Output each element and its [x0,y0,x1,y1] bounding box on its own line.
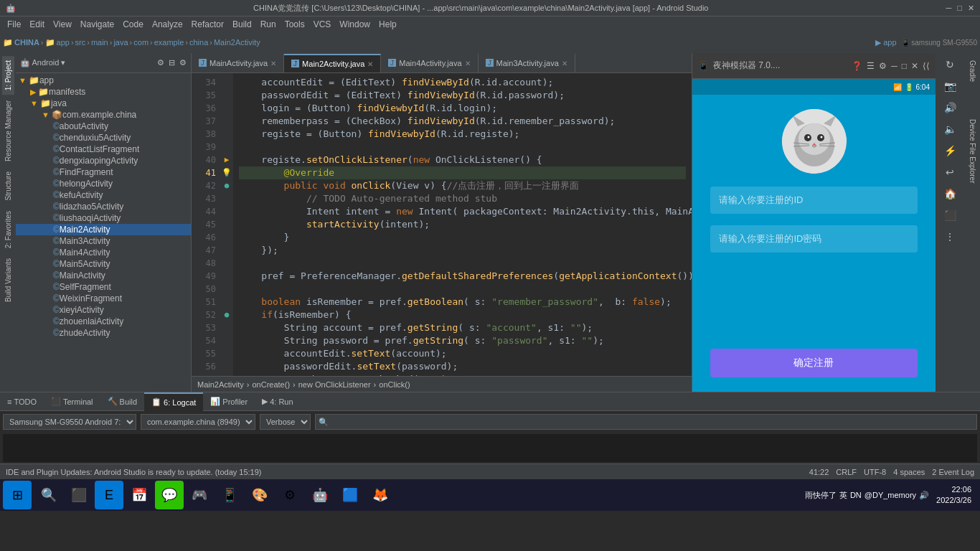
emulator-close[interactable]: ✕ [911,61,918,71]
game-button[interactable]: 🎮 [185,481,214,509]
breadcrumb-oncreate[interactable]: onCreate() [252,380,290,389]
tab-main2activity[interactable]: 🅹 Main2Activity.java ✕ [284,54,381,72]
emulator-input-id[interactable]: 请输入你要注册的ID [710,187,917,214]
nav-main[interactable]: main [91,38,108,47]
nav-china2[interactable]: china [189,38,208,47]
tab-terminal[interactable]: ⬛ Terminal [44,392,100,411]
tab-gradle[interactable]: Gradle [966,56,979,86]
tree-item-find[interactable]: © FindFragment [16,166,191,178]
power-icon[interactable]: ⚡ [941,142,959,159]
recents-nav-icon[interactable]: ⬛ [941,207,959,224]
tab-profiler[interactable]: 📊 Profiler [203,392,255,411]
close-tab-main[interactable]: ✕ [270,60,276,67]
app3-button[interactable]: 🦊 [366,481,395,509]
menu-analyze[interactable]: Analyze [148,19,187,29]
rotate-icon[interactable]: ↻ [943,56,957,73]
emulator-maximize[interactable]: □ [902,61,907,71]
menu-refactor[interactable]: Refactor [187,19,228,29]
tab-logcat[interactable]: 📋 6: Logcat [144,392,203,411]
home-nav-icon[interactable]: 🏠 [941,185,959,202]
more-icon[interactable]: ⋮ [942,228,958,245]
nav-china[interactable]: 📁 [3,38,13,47]
run-config[interactable]: ▶ app [875,38,896,47]
back-nav-icon[interactable]: ↩ [943,164,957,181]
window-controls[interactable]: ─ □ ✕ [946,4,974,13]
emulator-back[interactable]: ⟨⟨ [923,61,930,71]
tab-main4activity[interactable]: 🅹 Main4Activity.java ✕ [381,54,478,72]
logcat-level-select[interactable]: Verbose [260,414,311,430]
close-tab-main4[interactable]: ✕ [465,60,471,67]
sync-icon[interactable]: ⚙ [157,58,164,67]
maximize-button[interactable]: □ [957,4,962,13]
nav-app-label[interactable]: app [57,38,70,47]
tree-item-liushaoqi[interactable]: © liushaoqiActivity [16,212,191,224]
tab-mainactivity[interactable]: 🅹 MainActivity.java ✕ [192,54,284,72]
tree-item-weixin[interactable]: © WeixinFragment [16,293,191,304]
android-dropdown[interactable]: 🤖 Android ▾ [20,58,65,67]
close-tab-main2[interactable]: ✕ [367,60,373,68]
vol-down-icon[interactable]: 🔈 [941,121,959,138]
settings-button[interactable]: ⚙ [275,481,304,509]
nav-com[interactable]: com [133,38,149,47]
nav-china-label[interactable]: CHINA [14,38,39,47]
minimize-button[interactable]: ─ [946,4,952,13]
emulator-register-button[interactable]: 确定注册 [710,349,917,377]
menu-code[interactable]: Code [118,19,148,29]
emulator-settings[interactable]: ⚙ [879,61,887,71]
close-button[interactable]: ✕ [968,4,974,13]
tree-item-main5[interactable]: © Main5Activity [16,258,191,270]
emulator-menu[interactable]: ☰ [867,61,875,71]
menu-vcs[interactable]: VCS [309,19,336,29]
vol-up-icon[interactable]: 🔊 [941,99,959,116]
wechat-button[interactable]: 💬 [155,481,184,509]
tab-todo[interactable]: ≡ TODO [0,392,44,411]
tree-item-main2[interactable]: © Main2Activity [16,224,191,235]
close-tab-main3[interactable]: ✕ [562,60,567,67]
tree-item-dengxiaoping[interactable]: © dengxiaopingActivity [16,155,191,166]
nav-java[interactable]: java [113,38,128,47]
menu-help[interactable]: Help [374,19,401,29]
device-selector[interactable]: 📱 samsung SM-G9550 [901,39,978,47]
menu-build[interactable]: Build [228,19,256,29]
status-crlf[interactable]: CRLF [836,468,857,476]
menu-run[interactable]: Run [256,19,281,29]
status-encoding[interactable]: UTF-8 [864,468,886,476]
tab-favorites[interactable]: 2: Favorites [2,207,14,253]
emulator-help[interactable]: ❓ [852,61,862,71]
tree-item-xieyi[interactable]: © xieyiActivity [16,304,191,316]
nav-example[interactable]: example [154,38,184,47]
breadcrumb-onclick[interactable]: onClick() [379,380,410,389]
edge-button[interactable]: E [95,481,123,509]
tree-item-kefu[interactable]: © kefuActivity [16,189,191,201]
emulator-input-password[interactable]: 请输入你要注册的ID密码 [710,225,917,253]
tree-item-main[interactable]: © MainActivity [16,270,191,281]
tab-build[interactable]: 🔨 Build [100,392,144,411]
tree-item-zhouenlai[interactable]: © zhouenlaiActivity [16,316,191,327]
volume-icon[interactable]: 🔊 [919,491,929,500]
tree-item-contactlist[interactable]: © ContactListFragment [16,143,191,155]
taskview-button[interactable]: ⬛ [65,481,93,509]
tab-main3activity[interactable]: 🅹 Main3Activity.java ✕ [479,54,575,72]
code-content[interactable]: accountEdit = (EditText) findViewById(R.… [233,73,692,376]
status-indent[interactable]: 4 spaces [893,468,925,476]
paint-button[interactable]: 🎨 [245,481,274,509]
nav-src[interactable]: src [75,38,86,47]
tree-item-package[interactable]: ▼ 📦 com.example.china [16,109,191,121]
menu-window[interactable]: Window [335,19,374,29]
breadcrumb-class[interactable]: Main2Activity [197,380,244,389]
status-position[interactable]: 41:22 [809,468,829,476]
tree-item-main3[interactable]: © Main3Activity [16,235,191,247]
tree-item-chenduxiu[interactable]: © chenduxiu5Activity [16,132,191,143]
tab-project[interactable]: 1: Project [2,56,14,95]
logcat-search-input[interactable] [315,414,977,430]
tab-structure[interactable]: Structure [2,167,14,205]
nox-button[interactable]: 📱 [215,481,244,509]
tree-item-main4[interactable]: © Main4Activity [16,247,191,258]
tree-item-app[interactable]: ▼ 📁 app [16,75,191,86]
logcat-device-select[interactable]: Samsung SM-G9550 Android 7: [3,414,136,430]
start-button[interactable]: ⊞ [3,481,32,509]
tree-item-lidazhao[interactable]: © lidazhao5Activity [16,201,191,212]
tree-item-aboutActivity[interactable]: © aboutActivity [16,121,191,132]
nav-app[interactable]: 📁 [45,38,55,47]
search-button[interactable]: 🔍 [34,481,63,509]
